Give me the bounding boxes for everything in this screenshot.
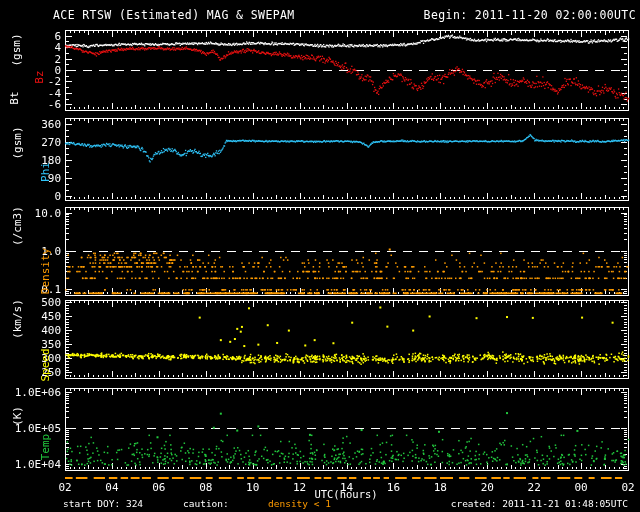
ylabel-bt: Bt — [8, 91, 21, 104]
caution-value: density < 1 — [268, 498, 331, 509]
ylabel-phi: Phi — [39, 162, 52, 182]
page-title: ACE RTSW (Estimated) MAG & SWEPAM — [53, 8, 295, 22]
ylabel-density: Density — [39, 248, 52, 294]
ylabel-mag-unit: (gsm) — [10, 33, 23, 66]
begin-timestamp: Begin: 2011-11-20 02:00:00UTC — [424, 8, 636, 22]
ylabel-phi-unit: (gsm) — [11, 126, 24, 159]
ylabel-speed-unit: (km/s) — [11, 299, 24, 339]
start-doy-text: start DOY: 324 — [63, 498, 143, 509]
ylabel-speed: Speed — [39, 348, 52, 381]
created-timestamp: created: 2011-11-21 01:48:05UTC — [451, 498, 628, 509]
ylabel-temp-unit: (K) — [11, 406, 24, 426]
ylabel-temp: Temp — [39, 434, 52, 461]
ylabel-bz: Bz — [33, 70, 46, 83]
caution-label: caution: — [183, 498, 229, 509]
plot-canvas — [0, 0, 640, 512]
ylabel-density-unit: (/cm3) — [11, 206, 24, 246]
